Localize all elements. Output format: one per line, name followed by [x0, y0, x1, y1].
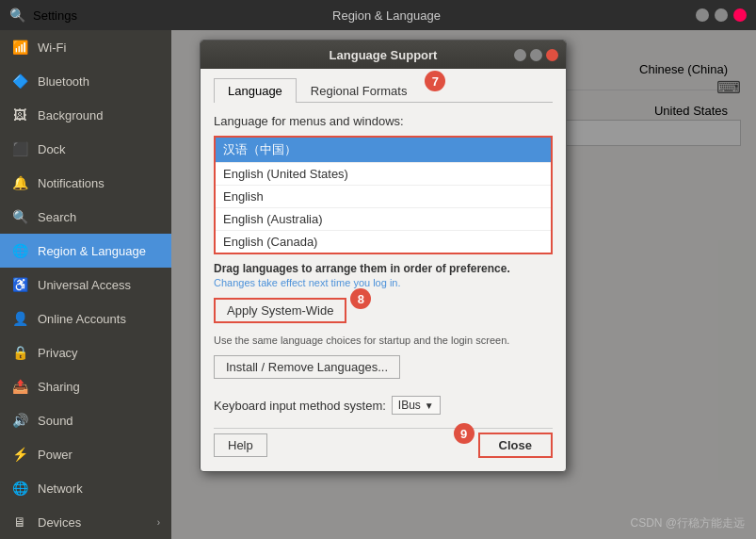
main-layout: 📶 Wi-Fi 🔷 Bluetooth 🖼 Background ⬛ Dock …: [0, 30, 756, 539]
lang-item-chinese[interactable]: 汉语（中国）: [216, 138, 551, 163]
dialog-minimize-button[interactable]: [514, 49, 526, 61]
window-controls: [696, 8, 747, 22]
sidebar-item-network[interactable]: 🌐 Network: [0, 471, 171, 505]
language-list: 汉语（中国） English (United States) English E…: [214, 136, 553, 254]
dialog-title: Language Support: [330, 48, 438, 62]
sidebar-label-notifications: Notifications: [38, 176, 105, 190]
bluetooth-icon: 🔷: [11, 73, 28, 90]
tab-regional-formats[interactable]: Regional Formats: [297, 78, 422, 103]
sidebar-label-background: Background: [38, 108, 103, 122]
badge-7: 7: [425, 71, 445, 91]
sidebar-label-region: Region & Language: [38, 244, 146, 258]
background-icon: 🖼: [11, 106, 28, 123]
sidebar-item-region[interactable]: 🌐 Region & Language: [0, 234, 171, 268]
sidebar-label-dock: Dock: [38, 142, 66, 156]
sidebar-label-wifi: Wi-Fi: [38, 41, 66, 55]
watermark: CSDN @行稳方能走远: [630, 515, 745, 531]
app-title: Settings: [33, 8, 77, 23]
online-icon: 👤: [11, 310, 28, 327]
power-icon: ⚡: [11, 446, 28, 463]
drag-sub: Changes take effect next time you log in…: [214, 277, 553, 288]
sidebar: 📶 Wi-Fi 🔷 Bluetooth 🖼 Background ⬛ Dock …: [0, 30, 171, 539]
sidebar-label-search: Search: [38, 210, 76, 224]
lang-item-english-ca[interactable]: English (Canada): [216, 231, 551, 253]
title-bar: 🔍 Settings Region & Language: [0, 0, 756, 30]
dialog-maximize-button[interactable]: [530, 49, 542, 61]
region-icon: 🌐: [11, 242, 28, 259]
sidebar-item-bluetooth[interactable]: 🔷 Bluetooth: [0, 64, 171, 98]
sidebar-item-privacy[interactable]: 🔒 Privacy: [0, 335, 171, 369]
devices-icon: 🖥: [11, 514, 28, 531]
sidebar-label-universal: Universal Access: [38, 278, 131, 292]
search-icon[interactable]: 🔍: [9, 8, 25, 23]
apply-btn-wrap: Apply System-Wide 8: [214, 298, 346, 323]
sidebar-label-power: Power: [38, 448, 72, 462]
apply-system-wide-button[interactable]: Apply System-Wide: [214, 298, 346, 323]
sidebar-item-wifi[interactable]: 📶 Wi-Fi: [0, 30, 171, 64]
keyboard-input-row: Keyboard input method system: IBus ▼: [214, 396, 553, 415]
install-remove-languages-button[interactable]: Install / Remove Languages...: [214, 355, 400, 379]
chevron-down-icon: ▼: [425, 400, 434, 411]
drag-note: Drag languages to arrange them in order …: [214, 262, 553, 275]
dialog-window-controls: [514, 49, 558, 61]
sidebar-item-dock[interactable]: ⬛ Dock: [0, 132, 171, 166]
lang-item-english-us[interactable]: English (United States): [216, 163, 551, 186]
sidebar-item-sharing[interactable]: 📤 Sharing: [0, 369, 171, 403]
sidebar-item-devices[interactable]: 🖥 Devices ›: [0, 505, 171, 539]
sidebar-label-network: Network: [38, 482, 83, 496]
lang-item-english[interactable]: English: [216, 186, 551, 208]
privacy-icon: 🔒: [11, 344, 28, 361]
keyboard-input-label: Keyboard input method system:: [214, 399, 386, 413]
sidebar-label-sound: Sound: [38, 414, 73, 428]
sidebar-item-universal[interactable]: ♿ Universal Access: [0, 268, 171, 302]
wifi-icon: 📶: [11, 39, 28, 56]
tab-language[interactable]: Language: [214, 78, 297, 103]
dialog-title-bar: Language Support: [201, 41, 566, 69]
help-button[interactable]: Help: [214, 433, 267, 457]
keyboard-method-value: IBus: [398, 399, 421, 412]
sidebar-item-search[interactable]: 🔍 Search: [0, 200, 171, 234]
sharing-icon: 📤: [11, 378, 28, 395]
apply-note: Use the same language choices for startu…: [214, 335, 553, 346]
sidebar-label-bluetooth: Bluetooth: [38, 74, 89, 89]
sidebar-label-devices: Devices: [38, 515, 81, 530]
sidebar-label-online: Online Accounts: [38, 312, 126, 326]
maximize-button[interactable]: [715, 8, 728, 22]
badge-9: 9: [454, 423, 475, 444]
sidebar-item-sound[interactable]: 🔊 Sound: [0, 403, 171, 437]
minimize-button[interactable]: [696, 8, 709, 22]
language-section-label: Language for menus and windows:: [214, 114, 553, 128]
sidebar-item-online[interactable]: 👤 Online Accounts: [0, 302, 171, 335]
dialog-footer: Help Close 9: [214, 428, 553, 458]
badge-8: 8: [350, 288, 371, 309]
sound-icon: 🔊: [11, 412, 28, 429]
devices-arrow-icon: ›: [157, 517, 160, 528]
sidebar-item-background[interactable]: 🖼 Background: [0, 98, 171, 132]
dock-icon: ⬛: [11, 140, 28, 157]
sidebar-item-notifications[interactable]: 🔔 Notifications: [0, 166, 171, 200]
window-title: Region & Language: [332, 8, 441, 23]
keyboard-method-select[interactable]: IBus ▼: [392, 396, 441, 415]
dialog-body: Language Regional Formats 7 Language for…: [201, 69, 566, 471]
sidebar-label-privacy: Privacy: [38, 346, 78, 360]
dialog-tabs: Language Regional Formats 7: [214, 78, 553, 103]
content-area: Language Chinese (China) Formats United …: [171, 30, 756, 539]
notifications-icon: 🔔: [11, 174, 28, 191]
dialog-overlay: Language Support Language Regional Forma…: [171, 30, 756, 539]
language-support-dialog: Language Support Language Regional Forma…: [200, 40, 567, 472]
search-sidebar-icon: 🔍: [11, 208, 28, 225]
network-icon: 🌐: [11, 480, 28, 497]
sidebar-label-sharing: Sharing: [38, 380, 80, 394]
lang-item-english-au[interactable]: English (Australia): [216, 208, 551, 231]
sidebar-item-power[interactable]: ⚡ Power: [0, 437, 171, 471]
dialog-close-btn[interactable]: Close: [478, 433, 553, 458]
close-window-button[interactable]: [733, 8, 747, 22]
universal-icon: ♿: [11, 276, 28, 293]
dialog-close-button[interactable]: [546, 49, 558, 61]
